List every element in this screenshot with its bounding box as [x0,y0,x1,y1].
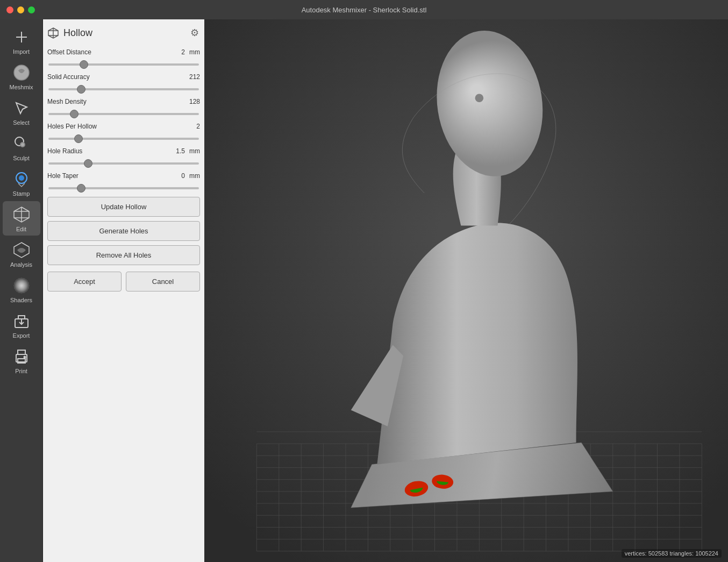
sidebar-label-meshmix: Meshmix [9,84,33,90]
param-value-offset_distance: 2 [169,48,185,56]
minimize-button[interactable] [17,6,24,13]
param-row-solid_accuracy: Solid Accuracy 212 [47,73,200,81]
sidebar-label-select: Select [13,119,30,126]
param-row-hole_radius: Hole Radius 1.5 mm [47,147,200,155]
window-title: Autodesk Meshmixer - Sherlock Solid.stl [302,6,427,14]
sidebar-label-sculpt: Sculpt [13,155,30,161]
param-value-solid_accuracy: 212 [184,73,200,81]
slider-container-hole_taper [47,182,200,191]
edit-icon [11,204,32,225]
slider-container-solid_accuracy [47,83,200,93]
sidebar-item-meshmix[interactable]: Meshmix [3,59,40,94]
close-button[interactable] [6,6,13,13]
window-controls [6,6,35,13]
remove-holes-button[interactable]: Remove All Holes [47,245,200,265]
sidebar-item-import[interactable]: Import [3,24,40,58]
param-hole_taper: Hole Taper 0 mm [47,172,200,191]
slider-solid_accuracy[interactable] [48,88,199,90]
param-unit-hole_taper: mm [187,172,200,180]
panel-title: Hollow [63,27,92,39]
param-label-solid_accuracy: Solid Accuracy [47,73,184,81]
slider-hole_radius[interactable] [48,162,199,165]
main-area: Import Meshmix Select Sculpt Stamp Edit … [0,19,728,562]
param-unit-hole_radius: mm [187,147,200,155]
slider-offset_distance[interactable] [48,63,199,66]
meshmix-icon [11,62,32,83]
export-icon [11,311,32,331]
svg-point-11 [14,278,29,293]
param-value-holes_per_hollow: 2 [184,123,200,130]
sidebar-item-analysis[interactable]: Analysis [3,237,40,271]
accept-button[interactable]: Accept [47,272,122,291]
param-value-hole_radius: 1.5 [169,147,185,155]
panel-header-left: Hollow [47,27,92,39]
sidebar-label-import: Import [13,48,30,55]
select-icon [11,98,32,118]
shaders-icon [11,275,32,296]
sidebar-item-stamp[interactable]: Stamp [3,166,40,200]
sidebar-label-edit: Edit [16,226,26,232]
slider-holes_per_hollow[interactable] [48,138,199,140]
panel-header: Hollow ⚙ [47,24,200,42]
sidebar-item-print[interactable]: Print [3,343,40,378]
sidebar-label-analysis: Analysis [10,261,32,268]
sidebar-label-shaders: Shaders [10,297,32,303]
sidebar-item-export[interactable]: Export [3,308,40,342]
param-label-holes_per_hollow: Holes Per Hollow [47,123,184,130]
param-row-offset_distance: Offset Distance 2 mm [47,48,200,56]
param-value-mesh_density: 128 [184,98,200,105]
sidebar-item-select[interactable]: Select [3,95,40,129]
sculpt-icon [11,133,32,154]
sidebar-label-print: Print [15,368,27,374]
maximize-button[interactable] [28,6,35,13]
svg-point-15 [24,357,25,358]
slider-mesh_density[interactable] [48,113,199,115]
viewport-canvas [204,19,728,562]
slider-container-offset_distance [47,58,200,68]
param-label-offset_distance: Offset Distance [47,48,169,56]
param-mesh_density: Mesh Density 128 [47,98,200,117]
param-label-hole_taper: Hole Taper [47,172,169,180]
sidebar-item-shaders[interactable]: Shaders [3,272,40,307]
generate-holes-button[interactable]: Generate Holes [47,221,200,241]
slider-container-hole_radius [47,157,200,167]
param-offset_distance: Offset Distance 2 mm [47,48,200,68]
param-row-mesh_density: Mesh Density 128 [47,98,200,105]
param-unit-offset_distance: mm [187,48,200,56]
param-row-holes_per_hollow: Holes Per Hollow 2 [47,123,200,130]
param-holes_per_hollow: Holes Per Hollow 2 [47,123,200,142]
status-bar: vertices: 502583 triangles: 1005224 [622,549,722,558]
import-icon [11,27,32,47]
titlebar: Autodesk Meshmixer - Sherlock Solid.stl [0,0,728,19]
sidebar-label-export: Export [13,332,30,339]
bottom-buttons: Accept Cancel [47,272,200,291]
sidebar-label-stamp: Stamp [13,190,30,197]
param-hole_radius: Hole Radius 1.5 mm [47,147,200,167]
sidebar-item-sculpt[interactable]: Sculpt [3,130,40,165]
stamp-icon [11,169,32,189]
param-row-hole_taper: Hole Taper 0 mm [47,172,200,180]
param-label-hole_radius: Hole Radius [47,147,169,155]
svg-point-4 [20,143,25,147]
slider-container-holes_per_hollow [47,132,200,142]
param-solid_accuracy: Solid Accuracy 212 [47,73,200,93]
slider-container-mesh_density [47,108,200,117]
sidebar: Import Meshmix Select Sculpt Stamp Edit … [0,19,43,562]
param-label-mesh_density: Mesh Density [47,98,184,105]
analysis-icon [11,240,32,260]
print-icon [11,346,32,367]
slider-hole_taper[interactable] [48,187,199,189]
viewport[interactable]: vertices: 502583 triangles: 1005224 [204,19,728,562]
update-hollow-button[interactable]: Update Hollow [47,197,200,217]
cancel-button[interactable]: Cancel [126,272,200,291]
settings-button[interactable]: ⚙ [189,26,200,40]
param-value-hole_taper: 0 [169,172,185,180]
hollow-panel: Hollow ⚙ Offset Distance 2 mm Solid Accu… [43,19,204,562]
sidebar-item-edit[interactable]: Edit [3,201,40,236]
svg-point-6 [19,175,24,181]
hollow-icon [47,27,59,39]
